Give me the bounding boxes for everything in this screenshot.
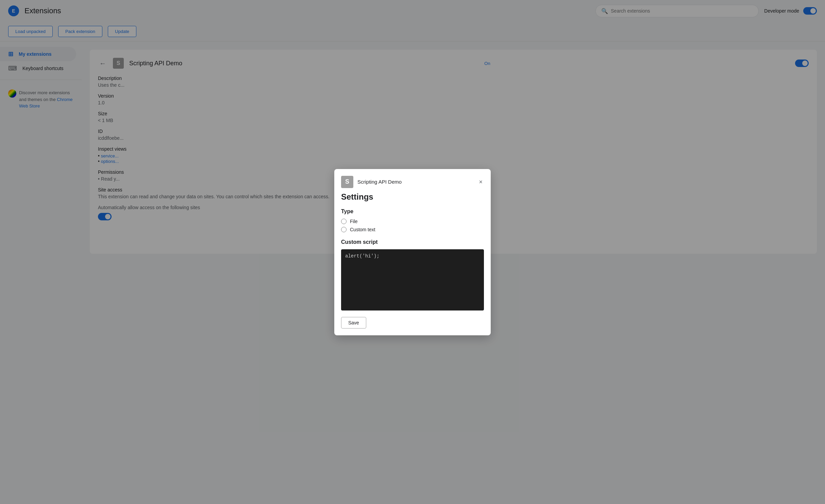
- custom-text-radio[interactable]: [341, 227, 347, 232]
- dialog-header: S Scripting API Demo ×: [334, 169, 491, 192]
- code-editor[interactable]: [341, 249, 484, 310]
- dialog-title: Settings: [341, 192, 484, 202]
- file-radio-label[interactable]: File: [341, 219, 484, 224]
- file-radio[interactable]: [341, 219, 347, 224]
- type-radio-group: File Custom text: [341, 219, 484, 232]
- custom-text-radio-text: Custom text: [350, 227, 375, 232]
- dialog-body: Settings Type File Custom text Custom sc…: [334, 192, 491, 335]
- type-section-title: Type: [341, 208, 484, 215]
- dialog-ext-icon: S: [341, 176, 353, 188]
- settings-dialog: S Scripting API Demo × Settings Type Fil…: [334, 169, 491, 335]
- file-radio-text: File: [350, 219, 358, 224]
- save-button[interactable]: Save: [341, 317, 366, 329]
- dialog-ext-name: Scripting API Demo: [357, 179, 402, 185]
- modal-overlay: S Scripting API Demo × Settings Type Fil…: [0, 0, 825, 504]
- custom-text-radio-label[interactable]: Custom text: [341, 227, 484, 232]
- dialog-close-button[interactable]: ×: [477, 178, 484, 186]
- custom-script-section-title: Custom script: [341, 239, 484, 245]
